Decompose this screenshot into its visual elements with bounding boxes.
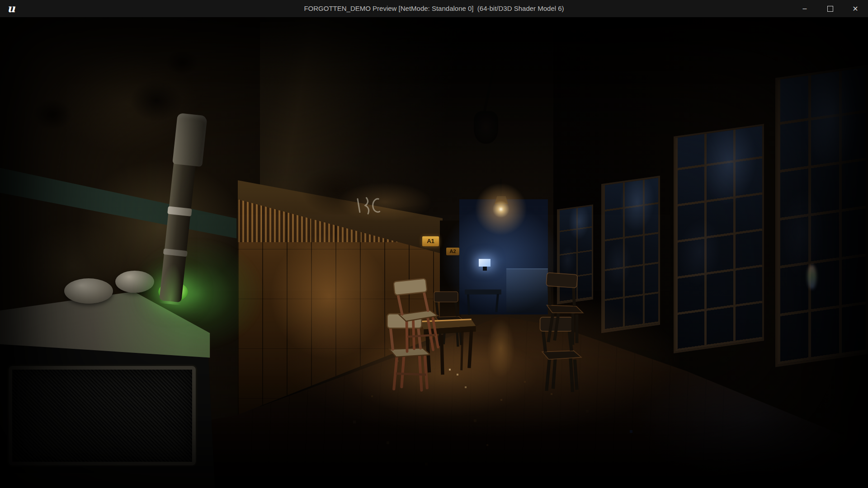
device-top-slab [0, 287, 217, 364]
far-chair-silhouette [434, 292, 464, 347]
radio-device-body [0, 328, 215, 488]
speaker-grille [9, 366, 196, 465]
green-lamp-glow [129, 238, 265, 351]
unreal-logo-icon: u [7, 2, 15, 15]
room-sign-a1: A1 [422, 236, 439, 246]
green-light-spill [0, 287, 217, 364]
moonlight-sheen [558, 206, 592, 303]
window-bay [674, 124, 764, 353]
right-wall [553, 17, 868, 488]
window-bay [775, 65, 868, 367]
floor [0, 17, 868, 488]
pipe-green-glow [159, 263, 185, 305]
vignette [0, 17, 868, 488]
app-window: u FORGOTTEN_DEMO Preview [NetMode: Stand… [0, 0, 868, 488]
peeling-paint [166, 50, 199, 75]
locker-light-patch [270, 234, 387, 359]
lens-glint [807, 265, 816, 289]
ceiling-fixture-silhouette [483, 63, 496, 114]
lamp-glow [467, 176, 534, 243]
green-lamp [158, 282, 188, 302]
floorboards [238, 306, 735, 488]
room-sign-a2: A2 [446, 248, 459, 255]
lamp-floor-reflection [487, 319, 514, 378]
locker-door-seams [238, 199, 440, 415]
pipe-band [163, 249, 188, 257]
window-floor-reflection [637, 349, 868, 485]
moonlight-sheen [778, 67, 866, 364]
floor-light-pool [348, 331, 538, 417]
ceiling-fixture-silhouette [474, 111, 498, 144]
minimize-button[interactable]: – [792, 0, 817, 17]
screen-stand [483, 267, 487, 271]
furniture-group [332, 239, 598, 421]
metal-cap [64, 278, 113, 304]
plaster-highlight [77, 160, 243, 293]
hall-end-glow [418, 182, 584, 338]
far-desk [465, 290, 501, 315]
stacked-chairs [387, 277, 442, 390]
right-chair-stack [540, 272, 586, 392]
glowing-screen [479, 259, 491, 267]
locker-vents [238, 199, 440, 242]
minimize-icon: – [803, 5, 807, 13]
maximize-icon [827, 6, 833, 12]
hall-end-wall [459, 199, 548, 314]
close-button[interactable]: ✕ [843, 0, 868, 17]
window-bay [557, 204, 593, 304]
pipe-band [167, 206, 192, 216]
hallway-ambient [0, 17, 868, 488]
wall-graffiti [353, 193, 387, 219]
wall-above-lockers [238, 180, 443, 271]
title-bar[interactable]: u FORGOTTEN_DEMO Preview [NetMode: Stand… [0, 0, 868, 18]
left-wall [0, 17, 260, 482]
wall-stain [338, 183, 432, 221]
metal-cap [115, 271, 154, 293]
cabinet-silhouette [506, 268, 548, 313]
window-title: FORGOTTEN_DEMO Preview [NetMode: Standal… [304, 0, 564, 17]
plaster-highlight [54, 53, 198, 153]
wall-light-beam [0, 22, 321, 277]
ceiling-light-beam [56, 17, 564, 241]
floor-light-pool [283, 284, 680, 437]
pipe-grip [172, 113, 207, 167]
plaster-highlight [17, 221, 127, 310]
dark-doorway [440, 221, 461, 320]
window-controls: – ✕ [792, 0, 868, 17]
peeling-paint [33, 99, 72, 130]
locker-panel-lines [238, 199, 440, 415]
maximize-button[interactable] [817, 0, 843, 17]
wall-stain [302, 166, 373, 216]
paint-band [0, 166, 260, 265]
close-icon: ✕ [852, 5, 858, 13]
moonlight-sheen [603, 178, 658, 331]
leaning-pipe [159, 156, 196, 302]
lockers [238, 199, 440, 415]
hanging-lamp [495, 196, 508, 204]
device-base [0, 473, 215, 488]
peeling-paint [130, 80, 183, 122]
moonlight-sheen [675, 126, 762, 352]
game-viewport[interactable]: A1 A2 [0, 17, 868, 488]
window-bay [601, 176, 660, 333]
hanging-lamp-rod [500, 179, 502, 197]
school-table [420, 319, 476, 375]
